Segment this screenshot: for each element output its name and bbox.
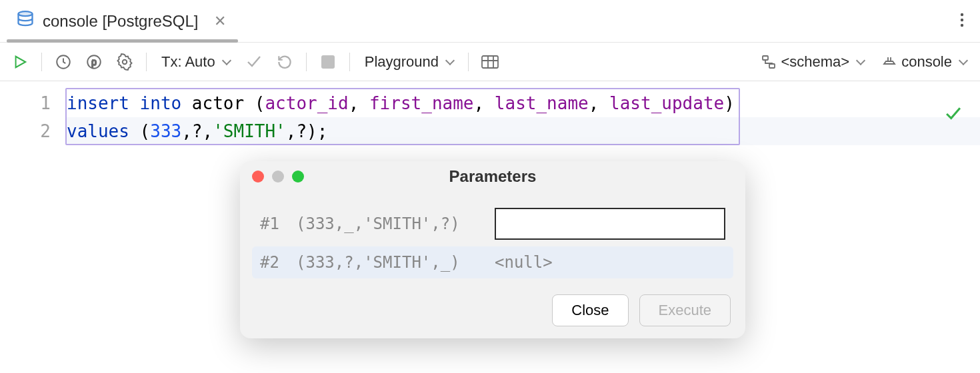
playground-dropdown[interactable]: Playground [358, 49, 460, 75]
rollback-icon[interactable] [271, 49, 298, 75]
explain-plan-icon[interactable]: p [81, 49, 107, 75]
line-number: 2 [0, 117, 51, 145]
plug-icon [881, 55, 897, 69]
param-value-input[interactable] [495, 208, 725, 240]
chevron-down-icon [445, 56, 455, 65]
code-line[interactable]: insert into actor (actor_id, first_name,… [67, 89, 980, 117]
traffic-lights [252, 171, 304, 183]
schema-label: <schema> [781, 53, 849, 71]
stop-icon [321, 55, 335, 69]
svg-text:p: p [91, 57, 97, 67]
playground-label: Playground [365, 53, 439, 71]
svg-point-2 [961, 23, 963, 26]
dialog-title: Parameters [240, 167, 745, 186]
param-index: #2 [260, 253, 284, 272]
schema-icon [761, 55, 777, 69]
line-number: 1 [0, 89, 51, 117]
tab-console[interactable]: console [PostgreSQL] ✕ [7, 0, 238, 42]
sql-editor[interactable]: 12 insert into actor (actor_id, first_na… [0, 81, 980, 145]
parameter-row[interactable]: #1(333,_,'SMITH',?) [252, 201, 733, 246]
close-icon[interactable]: ✕ [211, 10, 229, 33]
gutter: 12 [0, 81, 67, 145]
database-icon [16, 11, 35, 32]
param-context: (333,?,'SMITH',_) [296, 253, 483, 272]
tx-label: Tx: Auto [161, 53, 215, 71]
divider [306, 53, 307, 71]
param-context: (333,_,'SMITH',?) [296, 214, 483, 233]
status-ok-icon [944, 107, 963, 124]
chevron-down-icon [856, 56, 865, 65]
param-index: #1 [260, 214, 284, 233]
console-label: console [901, 53, 952, 71]
svg-rect-8 [763, 56, 768, 60]
window-close-icon[interactable] [252, 171, 264, 183]
svg-point-6 [123, 59, 127, 64]
execute-button[interactable]: Execute [639, 294, 731, 326]
tx-mode-dropdown[interactable]: Tx: Auto [155, 49, 237, 75]
svg-rect-9 [769, 64, 775, 68]
param-value: <null> [495, 253, 725, 272]
run-button[interactable] [7, 49, 33, 75]
table-view-icon[interactable] [477, 49, 503, 75]
svg-point-0 [961, 13, 963, 15]
window-zoom-icon[interactable] [292, 171, 304, 183]
console-session-dropdown[interactable]: console [875, 49, 973, 75]
dialog-buttons: Close Execute [255, 294, 731, 326]
code-area[interactable]: insert into actor (actor_id, first_name,… [67, 81, 980, 145]
tab-bar: console [PostgreSQL] ✕ [0, 0, 980, 43]
divider [41, 53, 42, 71]
dialog-titlebar[interactable]: Parameters [240, 161, 745, 189]
history-icon[interactable] [50, 49, 77, 75]
parameter-row[interactable]: #2(333,?,'SMITH',_)<null> [252, 246, 733, 278]
svg-point-1 [961, 18, 963, 21]
tab-label: console [PostgreSQL] [43, 12, 198, 31]
settings-icon[interactable] [111, 49, 138, 75]
divider [468, 53, 469, 71]
close-button[interactable]: Close [552, 294, 628, 326]
code-line[interactable]: values (333,?,'SMITH',?); [67, 117, 980, 145]
commit-icon[interactable] [241, 49, 267, 75]
parameters-dialog: Parameters #1(333,_,'SMITH',?)#2(333,?,'… [240, 161, 745, 338]
chevron-down-icon [959, 56, 968, 65]
stop-button[interactable] [315, 49, 341, 75]
more-icon[interactable] [960, 12, 964, 31]
window-minimize-icon [272, 171, 284, 183]
chevron-down-icon [222, 56, 231, 65]
parameter-list: #1(333,_,'SMITH',?)#2(333,?,'SMITH',_)<n… [252, 201, 733, 278]
toolbar: p Tx: Auto Playground [0, 43, 980, 81]
divider [349, 53, 350, 71]
schema-dropdown[interactable]: <schema> [754, 49, 871, 75]
svg-rect-7 [482, 56, 498, 68]
divider [146, 53, 147, 71]
